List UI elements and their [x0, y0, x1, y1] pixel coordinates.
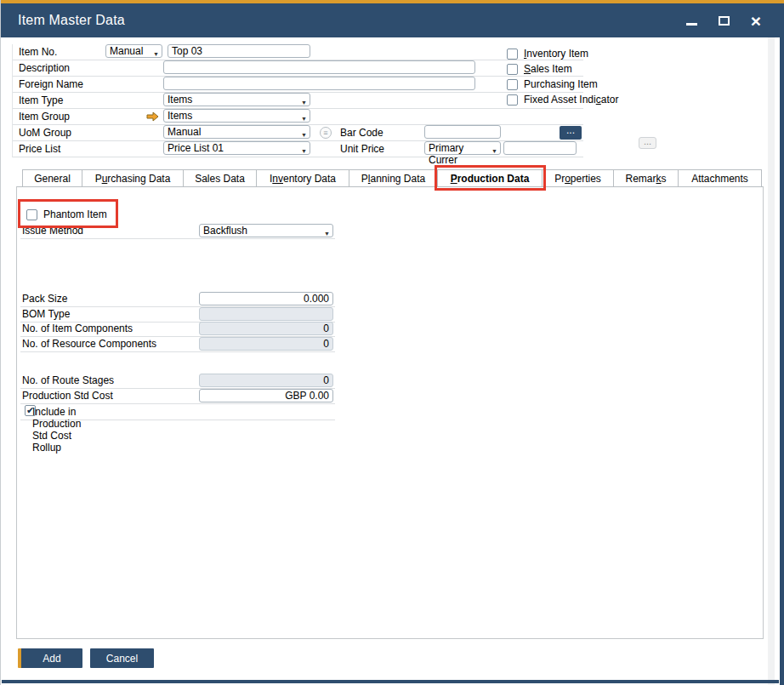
item-group-row: Item Group Items▼	[13, 109, 583, 125]
rollup-label: Include in Production Std Cost Rollup	[32, 406, 81, 454]
item-group-label: Item Group	[19, 111, 70, 123]
bar-code-input[interactable]	[424, 125, 501, 139]
phantom-item-label: Phantom Item	[43, 208, 107, 220]
checkbox-box	[26, 209, 37, 220]
chevron-down-icon: ▼	[301, 129, 307, 141]
checkbox-box	[507, 94, 518, 106]
uom-group-select[interactable]: Manual▼	[163, 125, 310, 139]
resource-components-field: 0	[199, 337, 333, 351]
close-button[interactable]: ×	[747, 11, 765, 30]
close-icon: ×	[751, 12, 761, 30]
uom-values-icon[interactable]: ≡	[320, 127, 332, 139]
route-stages-label: No. of Route Stages	[22, 374, 114, 386]
description-label: Description	[19, 62, 70, 74]
foreign-name-label: Foreign Name	[19, 78, 83, 90]
scrollbar-track[interactable]	[768, 37, 775, 685]
item-no-input[interactable]: Top 03	[168, 44, 310, 58]
header-form: Item No. Manual▼ Top 03 Description Fore…	[12, 44, 583, 157]
inventory-item-checkbox[interactable]: Inventory Item	[507, 46, 618, 61]
tab-inventory-data[interactable]: Inventory Data	[257, 169, 349, 187]
tab-bar: General Purchasing Data Sales Data Inven…	[22, 169, 762, 187]
route-stages-field: 0	[199, 374, 333, 387]
rollup-checkbox[interactable]: ✔ Include in Production Std Cost Rollup	[25, 405, 36, 416]
foreign-name-input[interactable]	[163, 77, 475, 90]
chevron-down-icon: ▼	[324, 228, 330, 240]
production-std-cost-row: Production Std Cost GBP 0.00	[20, 389, 335, 404]
minimize-icon	[686, 23, 697, 26]
checkbox-box	[507, 64, 518, 75]
unit-price-input[interactable]	[503, 141, 577, 155]
issue-method-row: Issue Method Backflush▼	[20, 224, 335, 239]
item-no-label: Item No.	[19, 46, 57, 58]
cancel-button[interactable]: Cancel	[90, 648, 154, 668]
titlebar[interactable]: Item Master Data ×	[1, 3, 781, 37]
production-std-cost-input[interactable]: GBP 0.00	[199, 389, 333, 402]
price-list-label: Price List	[19, 143, 60, 155]
bom-type-row: BOM Type	[20, 307, 335, 323]
bom-type-label: BOM Type	[22, 308, 70, 320]
chevron-down-icon: ▼	[301, 97, 307, 109]
unit-price-browse-button[interactable]: ...	[639, 137, 656, 149]
item-components-label: No. of Item Components	[22, 323, 133, 334]
item-type-select[interactable]: Items▼	[163, 93, 310, 106]
sales-item-checkbox[interactable]: Sales Item	[507, 61, 618, 77]
window-title: Item Master Data	[18, 13, 125, 28]
item-group-select[interactable]: Items▼	[163, 109, 310, 123]
production-std-cost-label: Production Std Cost	[22, 390, 113, 402]
price-list-row: Price List Price List 01▼ Unit Price Pri…	[13, 141, 583, 157]
foreign-name-row: Foreign Name	[13, 77, 583, 93]
item-no-type-select[interactable]: Manual▼	[105, 44, 162, 58]
bar-code-browse-button[interactable]: ...	[560, 126, 582, 140]
item-components-row: No. of Item Components 0	[20, 322, 335, 337]
bar-code-label: Bar Code	[340, 127, 383, 139]
purchasing-item-checkbox[interactable]: Purchasing Item	[507, 77, 618, 92]
phantom-item-checkbox[interactable]: Phantom Item	[26, 208, 107, 220]
uom-group-row: UoM Group Manual▼ ≡ Bar Code ...	[13, 125, 583, 141]
unit-price-label: Unit Price	[340, 143, 384, 155]
minimize-button[interactable]	[682, 11, 701, 30]
resource-components-row: No. of Resource Components 0	[20, 337, 335, 352]
price-list-select[interactable]: Price List 01▼	[163, 141, 310, 155]
item-type-label: Item Type	[19, 94, 63, 106]
checkbox-box	[507, 79, 518, 90]
tab-attachments[interactable]: Attachments	[679, 169, 762, 187]
link-arrow-icon[interactable]	[146, 111, 159, 122]
add-button[interactable]: Add	[18, 648, 82, 668]
bom-type-field	[199, 307, 333, 321]
item-type-row: Item Type Items▼	[13, 93, 583, 109]
item-components-field: 0	[199, 322, 333, 335]
window-top-accent	[1, 0, 784, 3]
chevron-down-icon: ▼	[153, 49, 159, 60]
pack-size-label: Pack Size	[22, 293, 67, 305]
item-no-row: Item No. Manual▼ Top 03	[13, 44, 583, 60]
tab-sales-data[interactable]: Sales Data	[184, 169, 257, 187]
chevron-down-icon: ▼	[491, 146, 497, 157]
maximize-icon	[719, 16, 730, 26]
rollup-row: ✔ Include in Production Std Cost Rollup	[20, 404, 335, 420]
issue-method-label: Issue Method	[22, 225, 83, 237]
uom-group-label: UoM Group	[19, 127, 71, 139]
fixed-asset-indicator-checkbox[interactable]: Fixed Asset Indicator	[507, 92, 618, 107]
tab-planning-data[interactable]: Planning Data	[349, 169, 438, 187]
chevron-down-icon: ▼	[301, 146, 307, 157]
checkbox-box	[507, 49, 518, 60]
route-stages-row: No. of Route Stages 0	[20, 374, 335, 389]
pack-size-row: Pack Size 0.000	[20, 292, 335, 307]
unit-price-currency-select[interactable]: Primary Currer▼	[424, 141, 501, 155]
tab-properties[interactable]: Properties	[543, 169, 614, 187]
resource-components-label: No. of Resource Components	[22, 338, 156, 350]
description-row: Description	[13, 60, 583, 77]
tab-remarks[interactable]: Remarks	[614, 169, 679, 187]
maximize-button[interactable]	[714, 11, 733, 30]
description-input[interactable]	[163, 60, 475, 74]
chevron-down-icon: ▼	[301, 113, 307, 125]
tab-purchasing-data[interactable]: Purchasing Data	[82, 169, 184, 187]
pack-size-input[interactable]: 0.000	[199, 292, 333, 305]
tab-production-data[interactable]: Production Data	[438, 169, 543, 187]
item-master-data-window: Item Master Data × Item No. Manual▼ Top …	[0, 0, 784, 685]
issue-method-select[interactable]: Backflush▼	[199, 224, 333, 237]
item-flags: Inventory Item Sales Item Purchasing Ite…	[507, 46, 618, 107]
window-right-border	[780, 3, 784, 685]
window-controls: ×	[682, 3, 765, 37]
tab-general[interactable]: General	[22, 169, 82, 187]
